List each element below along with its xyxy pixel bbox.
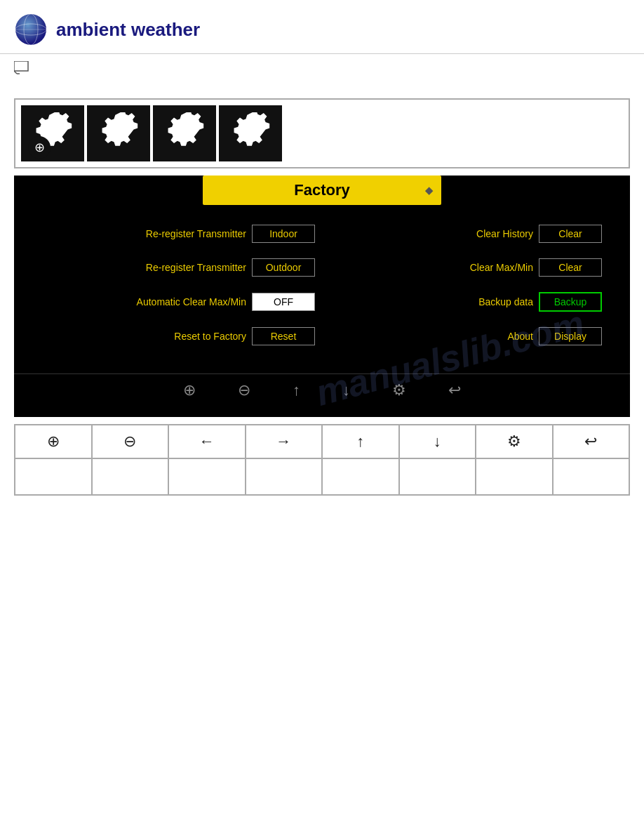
bottom-label-3 <box>169 459 246 494</box>
re-register-indoor-label: Re-register Transmitter <box>146 228 246 239</box>
about-display-button[interactable]: Display <box>539 327 602 345</box>
bottom-label-8 <box>554 459 629 494</box>
panel-down-icon[interactable]: ↓ <box>342 381 350 399</box>
backup-data-row: Backup data Backup <box>329 292 602 312</box>
bottom-left-button[interactable]: ← <box>169 425 246 458</box>
auto-clear-row: Automatic Clear Max/Min OFF <box>42 292 315 312</box>
clear-maxmin-row: Clear Max/Min Clear <box>329 258 602 277</box>
svg-rect-4 <box>14 61 28 71</box>
about-label: About <box>507 331 533 342</box>
bottom-bar-icons-row: ⊕ ⊖ ← → ↑ ↓ ⚙ ↩ <box>15 425 629 459</box>
re-register-indoor-button[interactable]: Indoor <box>252 225 315 243</box>
panel-back-icon[interactable]: ↩ <box>448 381 461 399</box>
reset-factory-button[interactable]: Reset <box>252 327 315 345</box>
reset-factory-label: Reset to Factory <box>174 331 246 342</box>
re-register-indoor-row: Re-register Transmitter Indoor <box>42 225 315 243</box>
factory-title-bar: Factory ◆ <box>203 176 441 205</box>
gear-icon-3 <box>153 105 216 161</box>
clear-history-label: Clear History <box>476 228 533 239</box>
bottom-label-4 <box>246 459 323 494</box>
panel-zoom-out-icon[interactable]: ⊖ <box>238 381 250 399</box>
auto-clear-label: Automatic Clear Max/Min <box>137 296 246 307</box>
header: ambient weather <box>0 0 644 54</box>
re-register-outdoor-button[interactable]: Outdoor <box>252 258 315 277</box>
auto-clear-button[interactable]: OFF <box>252 293 315 311</box>
re-register-outdoor-label: Re-register Transmitter <box>146 262 246 273</box>
bottom-zoom-in-button[interactable]: ⊕ <box>15 425 93 458</box>
clear-history-row: Clear History Clear <box>329 225 602 243</box>
backup-data-label: Backup data <box>478 296 533 307</box>
bottom-label-2 <box>93 459 170 494</box>
gear-icon-4 <box>219 105 282 161</box>
bottom-label-1 <box>15 459 93 494</box>
bottom-right-button[interactable]: → <box>246 425 323 458</box>
bottom-up-button[interactable]: ↑ <box>323 425 400 458</box>
backup-data-button[interactable]: Backup <box>539 292 602 312</box>
gear-section: ⊕ <box>14 98 630 168</box>
bottom-down-button[interactable]: ↓ <box>400 425 477 458</box>
logo-brand-text: ambient weather <box>56 19 200 41</box>
clear-maxmin-label: Clear Max/Min <box>470 262 533 273</box>
bottom-bar-labels-row <box>15 459 629 494</box>
re-register-outdoor-row: Re-register Transmitter Outdoor <box>42 258 315 277</box>
clear-history-button[interactable]: Clear <box>539 225 602 243</box>
bottom-label-7 <box>476 459 554 494</box>
factory-panel: Factory ◆ Re-register Transmitter Indoor… <box>14 176 630 417</box>
reset-factory-row: Reset to Factory Reset <box>42 327 315 345</box>
bottom-back-button[interactable]: ↩ <box>554 425 629 458</box>
bottom-label-5 <box>323 459 400 494</box>
panel-zoom-in-icon[interactable]: ⊕ <box>183 381 196 399</box>
panel-nav: ⊕ ⊖ ↑ ↓ ⚙ ↩ <box>14 373 630 403</box>
panel-settings-icon[interactable]: ⚙ <box>392 381 406 399</box>
panel-up-icon[interactable]: ↑ <box>293 381 300 399</box>
bottom-label-6 <box>400 459 477 494</box>
logo-globe <box>14 13 48 46</box>
settings-grid: Re-register Transmitter Indoor Clear His… <box>14 218 630 352</box>
bottom-zoom-out-button[interactable]: ⊖ <box>93 425 170 458</box>
factory-title: Factory <box>294 181 349 199</box>
zoom-in-badge[interactable]: ⊕ <box>28 136 51 159</box>
nav-icon[interactable] <box>0 54 644 86</box>
gear-icon-2 <box>87 105 150 161</box>
bottom-settings-button[interactable]: ⚙ <box>476 425 554 458</box>
clear-maxmin-button[interactable]: Clear <box>539 258 602 277</box>
diamond-icon: ◆ <box>425 185 433 196</box>
about-row: About Display <box>329 327 602 345</box>
bottom-bar: ⊕ ⊖ ← → ↑ ↓ ⚙ ↩ <box>14 424 630 496</box>
